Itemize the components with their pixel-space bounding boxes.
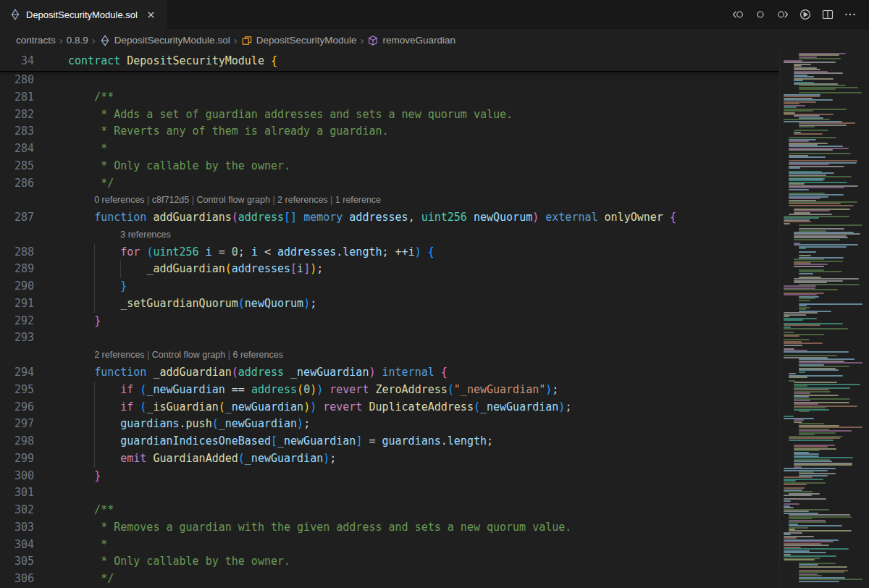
minimap-line <box>799 571 844 573</box>
line-number[interactable]: 280 <box>0 72 34 89</box>
line-number[interactable]: 286 <box>0 175 34 193</box>
code-line[interactable]: 293 <box>0 329 779 347</box>
line-number[interactable]: 289 <box>0 261 34 278</box>
tab-close-icon[interactable] <box>144 7 159 22</box>
codelens-separator: | <box>145 350 152 360</box>
minimap-line <box>799 251 816 253</box>
codelens-link[interactable]: 1 reference <box>335 195 381 205</box>
code-line[interactable]: 34contract DepositSecurityModule { <box>0 51 779 71</box>
code-line[interactable]: 300 } <box>0 468 779 485</box>
code-text: * <box>68 538 107 551</box>
minimap-line <box>799 305 807 306</box>
line-number[interactable]: 298 <box>0 433 34 450</box>
code-line[interactable]: 296 if (_isGuardian(_newGuardian)) rever… <box>0 399 779 416</box>
code-line[interactable]: 281 /** <box>0 89 779 106</box>
code-line[interactable]: 295 if (_newGuardian == address(0)) reve… <box>0 382 779 399</box>
codelens-row: 2 references | Control flow graph | 6 re… <box>0 347 779 364</box>
line-number[interactable]: 297 <box>0 416 34 433</box>
minimap-line <box>794 130 828 131</box>
code-line[interactable]: 287 function addGuardians(address[] memo… <box>0 209 779 227</box>
line-number[interactable]: 282 <box>0 106 34 124</box>
code-line[interactable]: 288 for (uint256 i = 0; i < addresses.le… <box>0 244 779 261</box>
line-number[interactable]: 283 <box>0 123 34 140</box>
code-line[interactable]: 285 * Only callable by the owner. <box>0 158 779 175</box>
breadcrumb-item[interactable]: contracts <box>16 35 56 46</box>
codelens-link[interactable]: 2 references <box>94 350 144 360</box>
code-line[interactable]: 306 */ <box>0 571 779 588</box>
more-actions-icon[interactable] <box>840 5 860 24</box>
codelens-link[interactable]: 2 references <box>277 195 327 205</box>
nav-middle-icon[interactable] <box>750 5 771 24</box>
line-number[interactable]: 294 <box>0 364 34 382</box>
line-number[interactable]: 303 <box>0 519 34 537</box>
codelens-separator: | <box>145 195 152 205</box>
line-number[interactable]: 296 <box>0 399 34 416</box>
nav-forward-icon[interactable] <box>773 5 793 24</box>
line-number[interactable]: 292 <box>0 313 34 330</box>
line-number[interactable]: 288 <box>0 244 34 261</box>
line-number[interactable]: 291 <box>0 295 34 313</box>
code-line[interactable]: 284 * <box>0 140 779 158</box>
editor-tab[interactable]: DepositSecurityModule.sol <box>0 0 167 29</box>
indent-guide <box>94 433 95 450</box>
sticky-scroll-line[interactable]: 34contract DepositSecurityModule { <box>0 51 779 72</box>
split-editor-icon[interactable] <box>818 5 838 24</box>
code-line[interactable]: 297 guardians.push(_newGuardian); <box>0 416 779 433</box>
code-line[interactable]: 299 emit GuardianAdded(_newGuardian); <box>0 450 779 468</box>
line-number[interactable]: 299 <box>0 450 34 468</box>
breadcrumb-item[interactable]: removeGuardian <box>382 35 456 46</box>
code-line[interactable]: 283 * Reverts any of them is already a g… <box>0 123 779 140</box>
codelens-link[interactable]: Control flow graph <box>152 350 225 360</box>
code-line[interactable]: 301 <box>0 484 779 502</box>
minimap-line <box>799 430 852 432</box>
codelens-link[interactable]: 3 references <box>120 230 170 240</box>
codelens-link[interactable]: Control flow graph <box>196 195 269 205</box>
code-line[interactable]: 290 } <box>0 278 779 295</box>
minimap-line <box>794 407 826 408</box>
line-number[interactable]: 290 <box>0 278 34 295</box>
code-line[interactable]: 292 } <box>0 313 779 330</box>
line-number[interactable]: 285 <box>0 158 34 175</box>
codelens-link[interactable]: c8f712d5 <box>152 195 189 205</box>
code-line[interactable]: 303 * Removes a guardian with the given … <box>0 519 779 537</box>
line-number[interactable]: 34 <box>0 51 34 71</box>
breadcrumb-item[interactable]: DepositSecurityModule <box>256 35 357 46</box>
code-line[interactable]: 291 _setGuardianQuorum(newQuorum); <box>0 295 779 313</box>
line-number[interactable]: 287 <box>0 209 34 227</box>
line-number[interactable]: 281 <box>0 89 34 106</box>
line-number[interactable]: 293 <box>0 329 34 347</box>
breadcrumb-item[interactable]: DepositSecurityModule.sol <box>114 35 230 46</box>
code-text: /** <box>68 503 114 516</box>
code-line[interactable]: 282 * Adds a set of guardian addresses a… <box>0 106 779 124</box>
code-line[interactable]: 286 */ <box>0 175 779 193</box>
run-or-debug-icon[interactable] <box>795 5 815 24</box>
nav-back-icon[interactable] <box>728 5 748 24</box>
minimap-line <box>799 371 805 373</box>
minimap-line <box>794 403 818 405</box>
code-line[interactable]: 305 * Only callable by the owner. <box>0 553 779 571</box>
code-line[interactable]: 294 function _addGuardian(address _newGu… <box>0 364 779 382</box>
code-line[interactable]: 304 * <box>0 537 779 554</box>
codelens-link[interactable]: 6 references <box>232 350 282 360</box>
line-number[interactable]: 301 <box>0 484 34 502</box>
codelens-link[interactable]: 0 references <box>94 195 144 205</box>
line-number[interactable]: 302 <box>0 502 34 519</box>
line-number[interactable]: 295 <box>0 382 34 399</box>
line-number[interactable]: 300 <box>0 468 34 485</box>
minimap[interactable] <box>779 51 869 588</box>
code-line[interactable]: 289 _addGuardian(addresses[i]); <box>0 261 779 278</box>
code-line[interactable]: 280 <box>0 72 779 89</box>
minimap-line <box>784 541 834 542</box>
code-line[interactable]: 302 /** <box>0 502 779 519</box>
tab-label: DepositSecurityModule.sol <box>26 9 138 20</box>
breadcrumb-item[interactable]: 0.8.9 <box>67 35 88 46</box>
line-number[interactable]: 304 <box>0 537 34 554</box>
line-number[interactable]: 284 <box>0 140 34 158</box>
code-line[interactable]: 298 guardianIndicesOneBased[_newGuardian… <box>0 433 779 450</box>
line-number[interactable]: 305 <box>0 553 34 571</box>
minimap-line <box>784 103 799 104</box>
minimap-line <box>799 362 862 364</box>
line-number[interactable]: 306 <box>0 571 34 588</box>
code-text: * Only callable by the owner. <box>68 555 290 568</box>
minimap-line <box>799 88 836 90</box>
